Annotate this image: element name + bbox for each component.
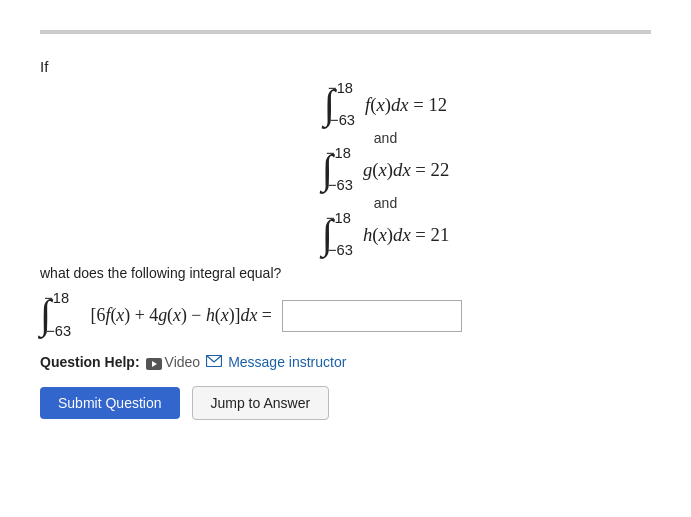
message-instructor-link[interactable]: Message instructor	[228, 354, 346, 370]
upper-limit-3: −18	[326, 211, 351, 226]
integral-symbol-3: ∫ −18 −63	[322, 215, 333, 256]
integral-expr-2: g(x)dx = 22	[363, 159, 449, 181]
video-button[interactable]: Video	[146, 354, 201, 370]
integral-expr-3: h(x)dx = 21	[363, 224, 449, 246]
answer-integral-row: ∫ −18 −63 [6f(x) + 4g(x) − h(x)]dx =	[40, 295, 651, 336]
answer-expr: [6f(x) + 4g(x) − h(x)]dx =	[77, 305, 272, 326]
integral-symbol-2: ∫ −18 −63	[322, 150, 333, 191]
and-text-2: and	[374, 195, 397, 211]
question-help: Question Help: Video Message instructor	[40, 354, 651, 370]
lower-limit-2: −63	[328, 178, 353, 193]
integral-row-3: ∫ −18 −63 h(x)dx = 21	[322, 215, 450, 256]
question-help-label: Question Help:	[40, 354, 140, 370]
if-label: If	[40, 58, 651, 75]
envelope-icon	[206, 354, 222, 370]
answer-upper-limit: −18	[44, 291, 69, 306]
lower-limit-3: −63	[328, 243, 353, 258]
answer-input[interactable]	[282, 300, 462, 332]
lower-limit-1: −63	[330, 113, 355, 128]
answer-integral-symbol: ∫ −18 −63	[40, 295, 51, 336]
and-text-1: and	[374, 130, 397, 146]
integral-row-2: ∫ −18 −63 g(x)dx = 22	[322, 150, 450, 191]
integrals-block: ∫ −18 −63 f(x)dx = 12 and ∫ −18 −63 g(x)…	[120, 85, 651, 255]
video-play-icon	[146, 357, 162, 369]
question-text: what does the following integral equal?	[40, 265, 651, 281]
video-label: Video	[165, 354, 201, 370]
jump-to-answer-button[interactable]: Jump to Answer	[192, 386, 330, 420]
answer-lower-limit: −63	[46, 324, 71, 339]
buttons-row: Submit Question Jump to Answer	[40, 386, 651, 420]
integral-symbol-1: ∫ −18 −63	[324, 85, 335, 126]
top-border	[40, 30, 651, 34]
upper-limit-2: −18	[326, 146, 351, 161]
integral-row-1: ∫ −18 −63 f(x)dx = 12	[324, 85, 447, 126]
upper-limit-1: −18	[328, 81, 353, 96]
integral-expr-1: f(x)dx = 12	[365, 94, 447, 116]
submit-question-button[interactable]: Submit Question	[40, 387, 180, 419]
